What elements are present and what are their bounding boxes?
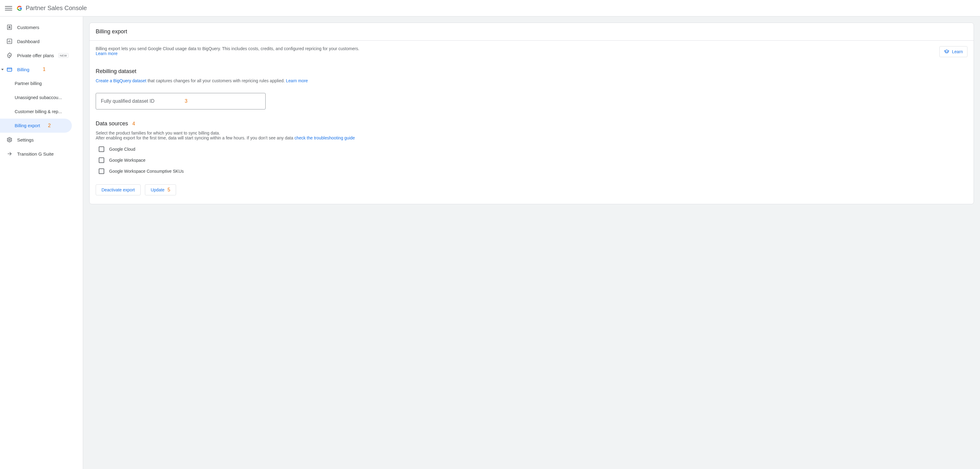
billing-icon: [6, 66, 13, 73]
new-badge: NEW: [58, 53, 69, 58]
dataset-id-field-wrapper: 3: [95, 93, 266, 110]
sidebar-item-dashboard[interactable]: Dashboard: [0, 34, 83, 48]
google-cloud-logo-icon: [16, 5, 23, 12]
chevron-down-icon: [1, 69, 4, 70]
verified-icon: [6, 52, 13, 59]
rebilling-heading: Rebilling dataset: [95, 68, 967, 75]
svg-rect-3: [7, 68, 12, 71]
sidebar-item-label: Dashboard: [17, 39, 40, 44]
data-sources-description: Select the product families for which yo…: [95, 130, 967, 140]
gear-icon: [6, 136, 13, 143]
update-button[interactable]: Update 5: [145, 184, 176, 196]
graduation-cap-icon: [944, 49, 950, 54]
learn-more-link[interactable]: Learn more: [95, 51, 118, 56]
sidebar-item-customers[interactable]: Customers: [0, 20, 83, 34]
checkbox-icon: [99, 146, 104, 152]
data-sources-checklist: Google Cloud Google Workspace Google Wor…: [95, 146, 967, 174]
sidebar-item-billing[interactable]: Billing 1: [0, 62, 83, 76]
learn-more-link-2[interactable]: Learn more: [286, 78, 308, 83]
sidebar-item-label: Unassigned subaccou...: [15, 95, 62, 100]
sidebar-item-label: Partner billing: [15, 81, 42, 86]
annotation-mark: 2: [48, 123, 51, 129]
learn-button[interactable]: Learn: [939, 46, 967, 57]
sidebar-item-label: Transition G Suite: [17, 151, 54, 157]
annotation-mark: 5: [167, 187, 170, 192]
description-text: Billing export lets you send Google Clou…: [95, 46, 371, 56]
brand: Partner Sales Console: [16, 5, 87, 12]
card-title: Billing export: [89, 23, 974, 41]
checkbox-icon: [99, 169, 104, 174]
sidebar-item-customer-billing[interactable]: Customer billing & rep...: [0, 105, 83, 119]
checkbox-label: Google Workspace Consumptive SKUs: [109, 169, 184, 174]
sidebar-item-label: Billing: [17, 67, 29, 72]
sidebar-item-settings[interactable]: Settings: [0, 133, 83, 147]
sidebar-item-partner-billing[interactable]: Partner billing: [0, 76, 83, 91]
customers-icon: [6, 24, 13, 30]
data-sources-heading: Data sources 4: [95, 121, 967, 127]
svg-point-4: [9, 139, 10, 141]
annotation-mark: 1: [43, 67, 46, 72]
annotation-mark: 4: [132, 121, 135, 127]
troubleshooting-link[interactable]: check the troubleshooting guide: [294, 135, 355, 140]
sidebar-item-label: Billing export: [15, 123, 40, 128]
checkbox-workspace-consumptive[interactable]: Google Workspace Consumptive SKUs: [99, 169, 967, 174]
sidebar-item-label: Private offer plans: [17, 53, 54, 58]
top-bar: Partner Sales Console: [0, 0, 980, 16]
app-title: Partner Sales Console: [25, 5, 87, 12]
sidebar-item-label: Customer billing & rep...: [15, 109, 62, 114]
checkbox-google-workspace[interactable]: Google Workspace: [99, 157, 967, 163]
sidebar-item-private-offer-plans[interactable]: Private offer plans NEW: [0, 48, 83, 62]
checkbox-label: Google Workspace: [109, 158, 145, 163]
checkbox-label: Google Cloud: [109, 147, 135, 152]
rebilling-description: Create a BigQuery dataset that captures …: [95, 78, 967, 83]
svg-point-1: [9, 26, 10, 27]
billing-export-card: Billing export Billing export lets you s…: [89, 22, 974, 204]
sidebar-item-billing-export[interactable]: Billing export 2: [0, 119, 72, 133]
checkbox-google-cloud[interactable]: Google Cloud: [99, 146, 967, 152]
sidebar-item-label: Settings: [17, 137, 33, 143]
sidebar: Customers Dashboard Private offer plans …: [0, 16, 83, 469]
dashboard-icon: [6, 38, 13, 45]
action-buttons: Deactivate export Update 5: [95, 184, 967, 196]
sidebar-item-transition-gsuite[interactable]: Transition G Suite: [0, 147, 83, 161]
create-dataset-link[interactable]: Create a BigQuery dataset: [95, 78, 146, 83]
deactivate-export-button[interactable]: Deactivate export: [95, 184, 141, 196]
main-content: Billing export Billing export lets you s…: [83, 16, 980, 469]
arrow-right-icon: [6, 150, 13, 157]
sidebar-item-label: Customers: [17, 25, 40, 30]
annotation-mark: 3: [185, 99, 188, 104]
dataset-id-input[interactable]: [95, 93, 266, 110]
sidebar-item-unassigned-subaccounts[interactable]: Unassigned subaccou...: [0, 91, 83, 105]
menu-icon[interactable]: [5, 5, 12, 12]
checkbox-icon: [99, 157, 104, 163]
